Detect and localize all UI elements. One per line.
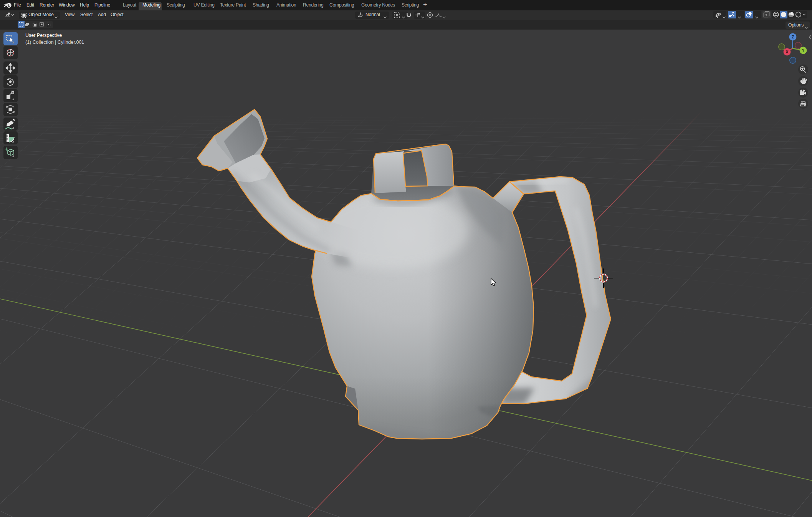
svg-text:X: X (786, 50, 789, 54)
svg-text:Z: Z (792, 35, 794, 39)
svg-text:Y: Y (802, 48, 805, 53)
